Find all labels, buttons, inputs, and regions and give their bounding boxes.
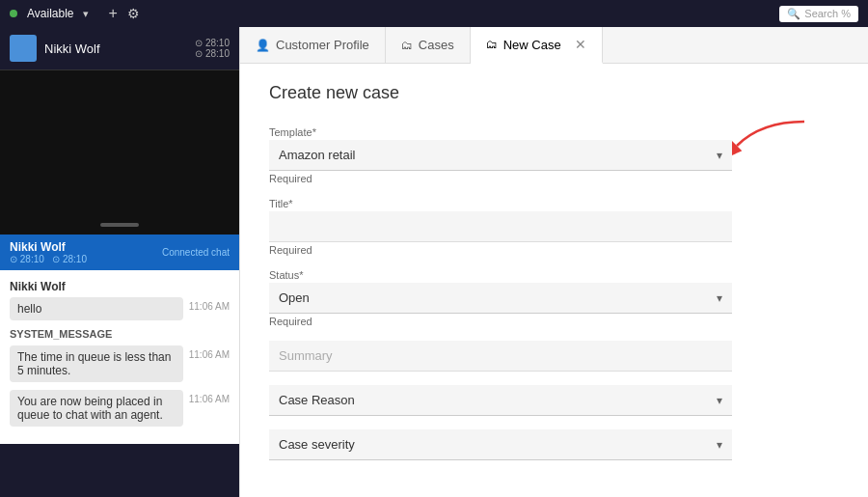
tab-new-case[interactable]: 🗂 New Case ✕ bbox=[471, 27, 603, 64]
template-value: Amazon retail bbox=[279, 148, 355, 162]
search-label: Search % bbox=[804, 8, 851, 19]
search-bar[interactable]: 🔍 Search % bbox=[779, 6, 858, 22]
contact-times: ⊙ 28:10 ⊙ 28:10 bbox=[195, 38, 230, 59]
status-indicator bbox=[10, 10, 17, 17]
status-value: Open bbox=[279, 290, 310, 305]
right-panel: 👤 Customer Profile 🗂 Cases 🗂 New Case ✕ … bbox=[239, 27, 868, 497]
message-time: 11:06 AM bbox=[189, 297, 230, 312]
template-field: Template* Amazon retail ▾ Required bbox=[269, 126, 732, 184]
system-label: SYSTEM_MESSAGE bbox=[10, 328, 230, 340]
system-message-1: The time in queue is less than 5 minutes… bbox=[10, 345, 230, 382]
add-icon[interactable]: + bbox=[108, 5, 117, 22]
time2: ⊙ 28:10 bbox=[195, 48, 230, 59]
case-severity-label: Case severity bbox=[279, 437, 355, 452]
system-msg-text: The time in queue is less than 5 minutes… bbox=[10, 345, 183, 382]
system-msg-time: 11:06 AM bbox=[189, 345, 230, 360]
title-label: Title* bbox=[269, 198, 732, 209]
tab-customer-profile[interactable]: 👤 Customer Profile bbox=[240, 27, 386, 63]
arrow-annotation bbox=[732, 117, 809, 168]
system-msg-text-2: You are now being placed in queue to cha… bbox=[10, 390, 183, 427]
scroll-indicator bbox=[100, 223, 139, 227]
case-severity-chevron-icon: ▾ bbox=[717, 438, 722, 452]
title-input[interactable] bbox=[269, 211, 732, 242]
status-required: Required bbox=[269, 316, 732, 327]
tab-bar: 👤 Customer Profile 🗂 Cases 🗂 New Case ✕ bbox=[240, 27, 868, 64]
status-select[interactable]: Open ▾ bbox=[269, 283, 732, 314]
status-chevron[interactable]: ▾ bbox=[83, 8, 89, 20]
status-chevron-icon: ▾ bbox=[717, 291, 722, 305]
search-icon: 🔍 bbox=[787, 8, 800, 20]
message-text: hello bbox=[10, 297, 183, 320]
form-title: Create new case bbox=[269, 83, 839, 103]
messages-header: Nikki Wolf bbox=[10, 280, 230, 293]
system-msg-time-2: 11:06 AM bbox=[189, 390, 230, 404]
create-case-form: Create new case Template* Amazon retail … bbox=[240, 64, 868, 497]
new-case-icon: 🗂 bbox=[486, 38, 498, 51]
status-label: Available bbox=[27, 7, 73, 20]
chat-messages: Nikki Wolf hello 11:06 AM SYSTEM_MESSAGE… bbox=[0, 270, 239, 444]
template-label: Template* bbox=[269, 126, 732, 138]
system-message-2: You are now being placed in queue to cha… bbox=[10, 390, 230, 427]
customer-profile-icon: 👤 bbox=[256, 39, 270, 52]
active-chat-times: ⊙ 28:10 ⊙ 28:10 bbox=[10, 254, 87, 264]
case-reason-select[interactable]: Case Reason ▾ bbox=[269, 385, 732, 416]
template-select[interactable]: Amazon retail ▾ bbox=[269, 140, 732, 171]
contact-name: Nikki Wolf bbox=[44, 41, 187, 56]
status-field: Status* Open ▾ Required bbox=[269, 269, 732, 327]
case-reason-field: Case Reason ▾ bbox=[269, 385, 732, 416]
template-chevron-icon: ▾ bbox=[717, 149, 722, 162]
tab-customer-profile-label: Customer Profile bbox=[276, 38, 369, 52]
chat-status-badge: Connected chat bbox=[162, 247, 230, 258]
title-field: Title* Required bbox=[269, 198, 732, 256]
tab-cases-label: Cases bbox=[419, 38, 454, 52]
time1: ⊙ 28:10 bbox=[195, 38, 230, 48]
case-reason-label: Case Reason bbox=[279, 393, 355, 407]
tab-new-case-label: New Case bbox=[503, 38, 561, 52]
close-tab-icon[interactable]: ✕ bbox=[575, 37, 586, 52]
gear-icon[interactable]: ⚙ bbox=[127, 6, 140, 21]
cases-icon: 🗂 bbox=[401, 39, 413, 52]
active-chat-bar[interactable]: Nikki Wolf ⊙ 28:10 ⊙ 28:10 Connected cha… bbox=[0, 235, 239, 270]
sidebar: Nikki Wolf ⊙ 28:10 ⊙ 28:10 Nikki Wolf ⊙ … bbox=[0, 27, 239, 497]
case-severity-field: Case severity ▾ bbox=[269, 429, 732, 460]
red-arrow-svg bbox=[732, 117, 809, 165]
status-label: Status* bbox=[269, 269, 732, 281]
chat-video-area bbox=[0, 70, 239, 235]
template-required: Required bbox=[269, 173, 732, 184]
title-required: Required bbox=[269, 244, 732, 256]
case-severity-select[interactable]: Case severity ▾ bbox=[269, 429, 732, 460]
contact-card[interactable]: Nikki Wolf ⊙ 28:10 ⊙ 28:10 bbox=[0, 27, 239, 70]
tab-cases[interactable]: 🗂 Cases bbox=[386, 27, 471, 63]
top-bar: Available ▾ + ⚙ 🔍 Search % bbox=[0, 0, 868, 27]
case-reason-chevron-icon: ▾ bbox=[717, 394, 722, 407]
avatar bbox=[10, 35, 37, 62]
summary-input[interactable]: Summary bbox=[269, 341, 732, 372]
summary-field: Summary bbox=[269, 341, 732, 372]
active-chat-name: Nikki Wolf bbox=[10, 240, 87, 254]
message-item: hello 11:06 AM bbox=[10, 297, 230, 320]
